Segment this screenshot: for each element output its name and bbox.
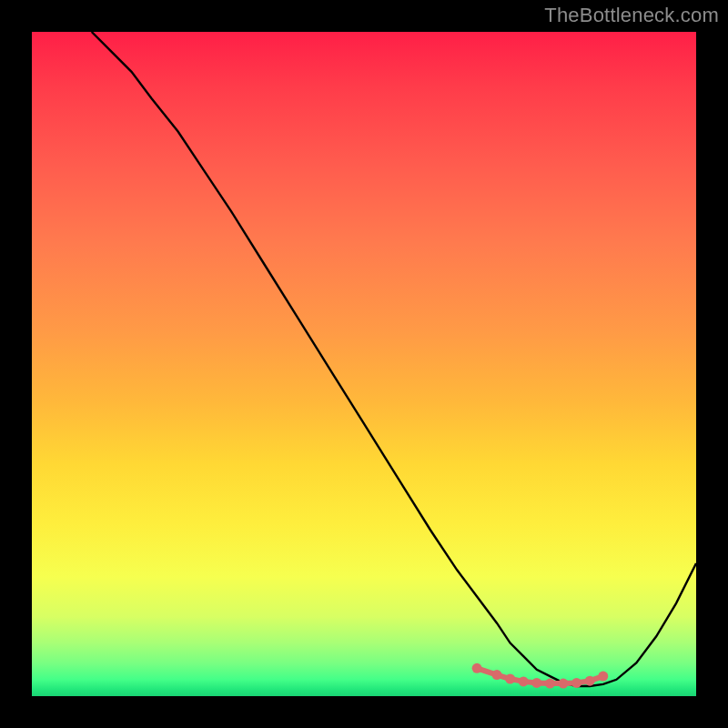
bottleneck-curve: [92, 32, 696, 686]
marker-dot: [505, 674, 515, 684]
marker-dot: [472, 663, 482, 673]
watermark-text: TheBottleneck.com: [544, 4, 719, 27]
marker-dot: [531, 678, 541, 688]
marker-dot: [559, 679, 569, 689]
marker-dot: [571, 678, 581, 688]
marker-dot: [492, 670, 502, 680]
curve-layer: [32, 32, 696, 696]
chart-frame: TheBottleneck.com: [0, 0, 728, 728]
plot-area: [32, 32, 696, 696]
marker-dot: [598, 672, 608, 682]
marker-dot: [585, 676, 595, 686]
marker-dot: [545, 679, 555, 689]
marker-group: [472, 663, 609, 689]
marker-dot: [519, 676, 529, 686]
